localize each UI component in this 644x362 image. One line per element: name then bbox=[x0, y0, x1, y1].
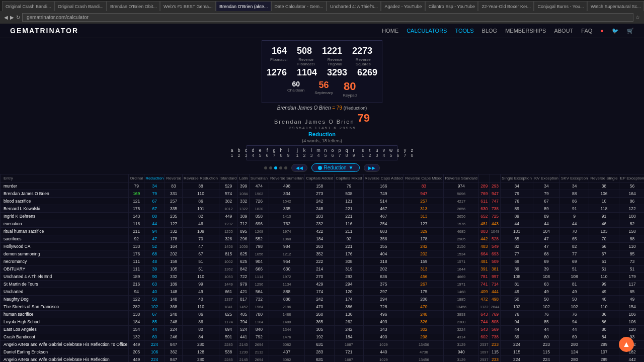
dot-2[interactable] bbox=[269, 166, 272, 169]
th-ep-exc[interactable]: EP Exception bbox=[619, 174, 644, 183]
url-bar[interactable]: gematrinator.com/calculator bbox=[22, 13, 633, 22]
table-row[interactable]: The Streets of San Francisco282102368110… bbox=[1, 303, 645, 311]
value-cell: 120 bbox=[619, 326, 644, 333]
tab-10[interactable]: Conjugal Burns - You... bbox=[534, 1, 587, 11]
dot-4[interactable] bbox=[279, 166, 282, 169]
th-latin[interactable]: Latin bbox=[238, 174, 249, 183]
forward-btn[interactable]: ▶ bbox=[10, 15, 14, 20]
tab-0[interactable]: Original Crash Bandi... bbox=[2, 1, 54, 11]
nav-blog[interactable]: BLOG bbox=[482, 28, 498, 34]
tab-2[interactable]: Brendan O'Brien Obit... bbox=[107, 1, 160, 11]
alpha-m: m bbox=[316, 148, 321, 153]
tab-7[interactable]: Agadez - YouTube bbox=[381, 1, 425, 11]
th-rev-caps-mixed[interactable]: Reverse Caps Mixed bbox=[404, 174, 444, 183]
th-skv-exc[interactable]: SKV Exception bbox=[559, 174, 589, 183]
value-cell: 132 bbox=[129, 333, 144, 341]
nav-calculators[interactable]: CALCULATORS bbox=[407, 28, 447, 34]
value-cell: 108 bbox=[619, 213, 644, 220]
bookmark-icon[interactable]: ☆ bbox=[635, 15, 640, 20]
table-row[interactable]: ritual human sacrifice211943321091255895… bbox=[1, 228, 645, 235]
table-row[interactable]: sacrifices924717870326296552106818492356… bbox=[1, 235, 645, 243]
th-sumerian[interactable]: Sumerian bbox=[249, 174, 269, 183]
table-row[interactable]: Angelo Arteta and Wife Gabriel Celebrate… bbox=[1, 341, 645, 348]
table-row[interactable]: Daniel Earling Erickson20510636212853812… bbox=[1, 348, 645, 356]
table-row[interactable]: Angelo Arteta and Wife Gabriel Celebrate… bbox=[1, 356, 645, 363]
tab-11[interactable]: Watch Supernatural Sc... bbox=[587, 1, 644, 11]
nav-home[interactable]: HOME bbox=[382, 28, 398, 34]
tab-1[interactable]: Original Crash Bandi... bbox=[54, 1, 107, 11]
th-reverse[interactable]: Reverse bbox=[165, 174, 183, 183]
table-row[interactable]: Bernard L Kowalski1756733510110121322182… bbox=[1, 205, 645, 213]
value-cell: 5082 bbox=[269, 356, 305, 363]
num-1276: 1276 bbox=[267, 67, 287, 78]
value-cell: 69 bbox=[501, 333, 533, 341]
value-cell: 305 bbox=[305, 326, 335, 333]
value-cell: 1114 bbox=[249, 273, 269, 281]
nav-about[interactable]: ABOUT bbox=[554, 28, 573, 34]
th-rev-single[interactable]: Reverse Single bbox=[589, 174, 619, 183]
table-row[interactable]: Loyola High School1848524886117479411041… bbox=[1, 318, 645, 326]
table-row[interactable]: East Los Angeles154442248069452484013443… bbox=[1, 326, 645, 333]
th-rev-sumerian[interactable]: Reverse Sumerian bbox=[269, 174, 305, 183]
table-row[interactable]: Crash Bandicoot1326024684591441792147619… bbox=[1, 333, 645, 341]
back-btn[interactable]: ◀ bbox=[4, 15, 8, 20]
nav-faq[interactable]: FAQ bbox=[581, 28, 592, 34]
dot-1[interactable] bbox=[264, 166, 267, 169]
th-reduction[interactable]: Reduction bbox=[144, 174, 165, 183]
table-row[interactable]: Uncharted 4 A Thiefs End1899033211010537… bbox=[1, 273, 645, 281]
entry-cell: East Los Angeles bbox=[1, 326, 129, 333]
cipher-next-btn[interactable]: ▶▶ bbox=[364, 164, 380, 172]
th-rev-standard[interactable]: Reverse Standard bbox=[444, 174, 478, 183]
th-caps-mixed[interactable]: Capitals Mixed bbox=[335, 174, 363, 183]
value-cell: 154 bbox=[619, 303, 644, 311]
twitter-icon[interactable]: 🐦 bbox=[612, 28, 619, 34]
table-row[interactable]: Naughty Dog12250148401337817732888242174… bbox=[1, 296, 645, 303]
tab-bar[interactable]: Original Crash Bandi... Original Crash B… bbox=[0, 0, 644, 11]
th-rev-caps-added[interactable]: Reverse Caps Added bbox=[363, 174, 404, 183]
table-row[interactable]: Brendan James O Brien1697933111057410841… bbox=[1, 190, 645, 198]
th-col15[interactable] bbox=[490, 174, 501, 183]
table-row[interactable]: demon summoning1766820267815625105612123… bbox=[1, 250, 645, 258]
scroll-top-button[interactable]: ▲ bbox=[619, 337, 634, 352]
tab-4[interactable]: Brendan O'Brien (akte... bbox=[216, 1, 271, 11]
value-cell: 721 bbox=[335, 348, 363, 356]
table-row[interactable]: Uncharted9440148496614215648881741202971… bbox=[1, 288, 645, 296]
th-ordinal[interactable]: Ordinal bbox=[129, 174, 144, 183]
cart-icon[interactable]: 🛒 bbox=[627, 28, 634, 34]
table-row[interactable]: murder7934833852939947449815879166839742… bbox=[1, 183, 645, 190]
th-standard[interactable]: Standard bbox=[219, 174, 238, 183]
site-logo[interactable]: GEMATRINATOR bbox=[10, 27, 78, 35]
tab-5[interactable]: Date Calculator - Gem... bbox=[271, 1, 327, 11]
th-kv-exc[interactable]: KV Exception bbox=[533, 174, 559, 183]
nav-memberships[interactable]: MEMBERSHIPS bbox=[505, 28, 546, 34]
label-rev-fib: Reverse Fibonacci bbox=[294, 57, 317, 66]
tab-6[interactable]: Uncharted 4: A Thief's... bbox=[327, 1, 381, 11]
th-col14[interactable] bbox=[478, 174, 490, 183]
value-cell: 1232 bbox=[219, 220, 238, 228]
table-row[interactable]: Ingrid K Behrens143802358244938985814102… bbox=[1, 213, 645, 220]
table-row[interactable]: execution1164412746123271269676223211625… bbox=[1, 220, 645, 228]
nav-tools[interactable]: TOOLS bbox=[455, 28, 473, 34]
tab-9[interactable]: 22-Year-Old Boxer Ker... bbox=[478, 1, 534, 11]
table-row[interactable]: OBITUARY11139105511362842666630214319202… bbox=[1, 265, 645, 273]
dot-3[interactable] bbox=[274, 166, 277, 169]
value-cell: 508 bbox=[335, 190, 363, 198]
value-cell: 904 bbox=[249, 258, 269, 265]
refresh-btn[interactable]: ↻ bbox=[16, 15, 20, 20]
table-row[interactable]: human sacrifice1306724886625485780148826… bbox=[1, 311, 645, 318]
value-cell: 2537 bbox=[478, 356, 490, 363]
alpha-s: s bbox=[360, 148, 365, 153]
table-row[interactable]: necromancy111481595110026259049542223083… bbox=[1, 258, 645, 265]
cipher-current[interactable]: Reduction ▼ bbox=[311, 163, 360, 172]
value-cell: 246 bbox=[165, 333, 183, 341]
tab-3[interactable]: Web's #1 BEST Gema... bbox=[160, 1, 216, 11]
table-row[interactable]: blood sacrifice1216725786382332726154224… bbox=[1, 198, 645, 205]
tab-8[interactable]: Cilantro Esp - YouTube bbox=[425, 1, 478, 11]
table-row[interactable]: St Martin de Tours2166318999144997912961… bbox=[1, 281, 645, 288]
th-single-exc[interactable]: Single Exception bbox=[501, 174, 533, 183]
table-row[interactable]: Hollywood CA1335216447145610567989842632… bbox=[1, 243, 645, 250]
th-caps-added[interactable]: Capitals Added bbox=[305, 174, 335, 183]
cipher-prev-btn[interactable]: ◀◀ bbox=[291, 164, 307, 172]
dot-5[interactable] bbox=[284, 166, 287, 169]
th-rev-reduction[interactable]: Reverse Reduction bbox=[182, 174, 219, 183]
